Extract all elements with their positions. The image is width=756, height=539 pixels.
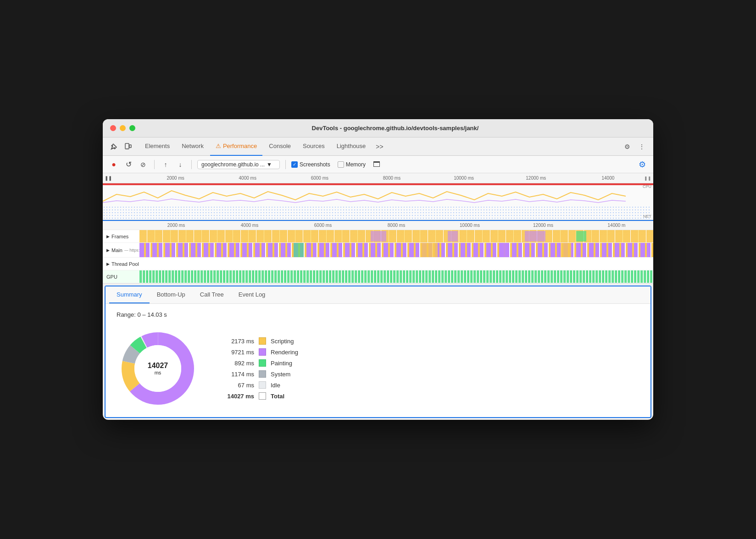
idle-label: Idle [271, 382, 280, 389]
scripting-label: Scripting [271, 338, 294, 345]
donut-total-value: 14027 [148, 362, 168, 370]
ruler-mark: 2000 ms [139, 176, 211, 181]
painting-label: Painting [271, 360, 292, 367]
frames-expand-icon[interactable]: ▶ [106, 234, 110, 239]
tab-call-tree[interactable]: Call Tree [193, 286, 231, 303]
thread-pool-row: ▶ Thread Pool [103, 258, 653, 270]
minimize-button[interactable] [120, 125, 126, 131]
painting-value: 892 ms [217, 360, 254, 367]
legend: 2173 ms Scripting 9721 ms Rendering 892 … [217, 337, 298, 400]
tab-summary[interactable]: Summary [109, 286, 150, 303]
timeline-overview-ruler: ❚❚ 2000 ms 4000 ms 6000 ms 8000 ms 10000… [103, 173, 653, 183]
ruler-mark2: 14000 m [580, 223, 653, 228]
tab-event-log[interactable]: Event Log [231, 286, 273, 303]
main-content [139, 243, 653, 257]
tab-performance[interactable]: ⚠ Performance [210, 138, 262, 156]
record-button[interactable]: ● [108, 159, 119, 170]
cpu-net-area: CPU NET [103, 183, 653, 220]
devtools-nav: Elements Network ⚠ Performance Console S… [103, 138, 653, 156]
nav-tabs: Elements Network ⚠ Performance Console S… [139, 138, 619, 156]
more-tabs[interactable]: >> [372, 143, 387, 150]
total-label: Total [271, 393, 284, 400]
detail-icon[interactable]: 🗖 [371, 159, 382, 170]
range-text: Range: 0 – 14.03 s [117, 311, 639, 318]
summary-main: 14027 ms 2173 ms Scripting 9721 ms [117, 327, 639, 410]
menu-icon[interactable]: ⋮ [636, 141, 648, 153]
memory-checkbox-group: Memory [338, 161, 366, 168]
frames-label: ▶ Frames [103, 234, 139, 239]
ruler-marks: 2000 ms 4000 ms 6000 ms 8000 ms 10000 ms… [139, 176, 644, 181]
main-expand-icon[interactable]: ▶ [106, 248, 110, 253]
separator2 [191, 160, 192, 169]
url-input[interactable]: googlechrome.github.io ... ▼ [197, 160, 280, 169]
timeline-ruler2: 2000 ms 4000 ms 6000 ms 8000 ms 10000 ms… [103, 221, 653, 230]
legend-row-system: 1174 ms System [217, 370, 298, 378]
window-title: DevTools - googlechrome.github.io/devtoo… [145, 125, 646, 132]
tab-elements[interactable]: Elements [139, 138, 175, 156]
idle-color [259, 381, 266, 389]
gpu-content [139, 270, 653, 283]
scripting-color [259, 337, 266, 345]
ruler-mark2: 8000 ms [360, 223, 433, 228]
inspect-icon[interactable] [108, 141, 120, 153]
painting-color [259, 359, 266, 367]
tab-network[interactable]: Network [176, 138, 209, 156]
settings-icon[interactable]: ⚙ [621, 141, 633, 153]
thread-pool-content [139, 258, 653, 270]
net-dots [103, 206, 650, 219]
toolbar: ● ↺ ⊘ ↑ ↓ googlechrome.github.io ... ▼ ✓… [103, 156, 653, 173]
donut-unit: ms [148, 370, 168, 375]
screenshots-checkbox[interactable]: ✓ [291, 161, 298, 168]
separator [154, 160, 155, 169]
memory-checkbox[interactable] [338, 161, 344, 168]
reload-button[interactable]: ↺ [123, 159, 134, 170]
bottom-tabs: Summary Bottom-Up Call Tree Event Log [106, 286, 650, 304]
ruler-mark2: 2000 ms [139, 223, 213, 228]
svg-point-2 [127, 148, 128, 149]
main-label: ▶ Main — https://googlechrome... [103, 248, 139, 253]
legend-row-total: 14027 ms Total [217, 392, 298, 400]
maximize-button[interactable] [129, 125, 135, 131]
clear-button[interactable]: ⊘ [138, 159, 149, 170]
tab-lighthouse[interactable]: Lighthouse [331, 138, 372, 156]
thread-pool-expand-icon[interactable]: ▶ [106, 262, 110, 266]
summary-content: Range: 0 – 14.03 s [106, 304, 650, 417]
device-icon[interactable] [122, 141, 134, 153]
gpu-row: GPU [103, 270, 653, 283]
donut-chart: 14027 ms [117, 327, 199, 410]
ruler-mark: 14000 [572, 176, 644, 181]
warning-icon: ⚠ [216, 143, 221, 149]
donut-center-label: 14027 ms [148, 362, 168, 375]
bottom-panel: Summary Bottom-Up Call Tree Event Log Ra… [105, 286, 651, 418]
tab-console[interactable]: Console [263, 138, 296, 156]
upload-button[interactable]: ↑ [160, 159, 171, 170]
ruler-mark: 10000 ms [428, 176, 500, 181]
total-value: 14027 ms [217, 393, 254, 400]
system-value: 1174 ms [217, 371, 254, 378]
screenshots-checkbox-group: ✓ Screenshots [291, 161, 330, 168]
ruler-mark: 4000 ms [211, 176, 284, 181]
download-button[interactable]: ↓ [175, 159, 186, 170]
ruler-mark2: 12000 ms [506, 223, 580, 228]
legend-row-painting: 892 ms Painting [217, 359, 298, 367]
thread-pool-label: ▶ Thread Pool [103, 261, 139, 267]
nav-right: ⚙ ⋮ [621, 141, 648, 153]
separator3 [285, 160, 286, 169]
legend-row-scripting: 2173 ms Scripting [217, 337, 298, 345]
ruler-mark2: 10000 ms [433, 223, 506, 228]
url-dropdown-icon[interactable]: ▼ [267, 161, 272, 168]
close-button[interactable] [110, 125, 116, 131]
svg-rect-1 [129, 145, 131, 148]
timeline-section: ❚❚ 2000 ms 4000 ms 6000 ms 8000 ms 10000… [103, 173, 653, 284]
rendering-label: Rendering [271, 349, 298, 356]
scripting-value: 2173 ms [217, 338, 254, 345]
frames-content [139, 230, 653, 242]
tab-bottom-up[interactable]: Bottom-Up [150, 286, 193, 303]
tab-sources[interactable]: Sources [297, 138, 330, 156]
screenshots-label: Screenshots [300, 161, 330, 168]
perf-settings-icon[interactable]: ⚙ [637, 159, 648, 170]
timeline-main: 2000 ms 4000 ms 6000 ms 8000 ms 10000 ms… [103, 221, 653, 284]
ruler-mark: 8000 ms [356, 176, 428, 181]
devtools-window: DevTools - googlechrome.github.io/devtoo… [103, 119, 653, 420]
net-label: NET [643, 214, 651, 219]
